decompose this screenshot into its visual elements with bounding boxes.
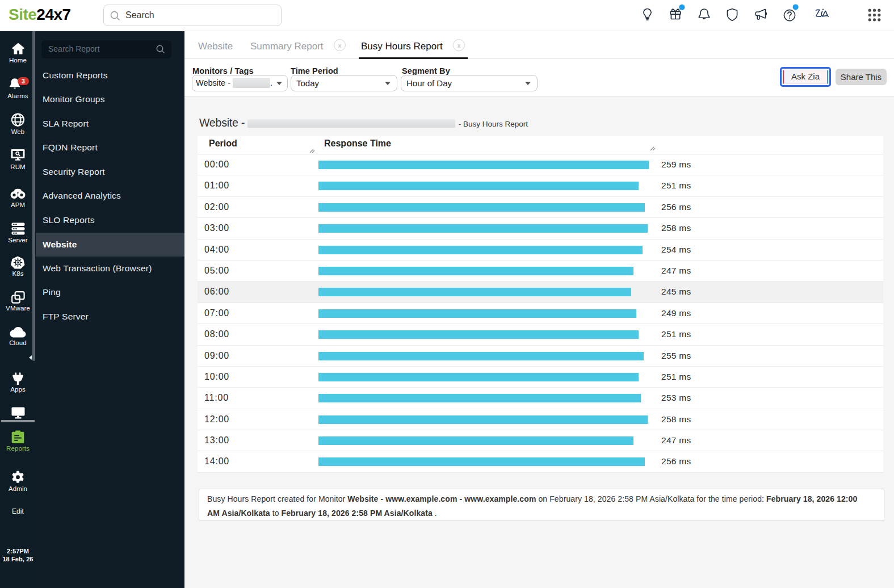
svg-text:3: 3 <box>22 78 25 85</box>
